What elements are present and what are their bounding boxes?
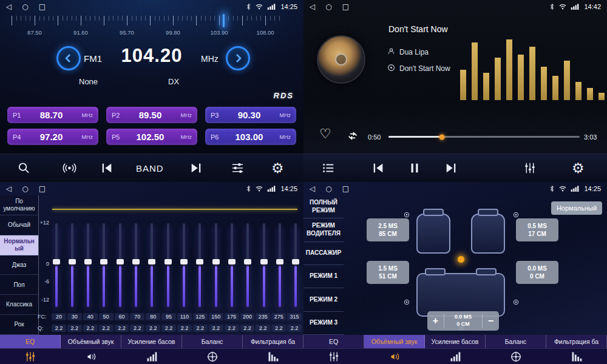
home-icon[interactable]: ○: [22, 185, 28, 192]
broadcast-scan-icon[interactable]: [63, 161, 76, 175]
tab-filter[interactable]: Фильтрация ба: [243, 335, 304, 348]
tune-down-button[interactable]: [56, 46, 81, 70]
eq-band-slider[interactable]: [68, 218, 76, 311]
eq-slider-knob[interactable]: [260, 259, 268, 265]
eq-preset-item[interactable]: Поп: [0, 275, 38, 295]
decrease-button[interactable]: −: [483, 315, 499, 326]
tune-up-button[interactable]: [226, 46, 250, 70]
repeat-icon[interactable]: [346, 130, 359, 144]
recents-icon[interactable]: □: [342, 185, 349, 192]
eq-slider-knob[interactable]: [84, 259, 92, 265]
eq-band-slider[interactable]: [244, 218, 252, 311]
delay-rear-right[interactable]: 0.0 MS 0 CM: [516, 261, 558, 284]
eq-band-slider[interactable]: [52, 218, 60, 311]
eq-preset-item[interactable]: Обычай: [0, 215, 38, 235]
eq-tab-icon[interactable]: [304, 349, 364, 364]
tab-balance[interactable]: Баланс: [182, 335, 243, 348]
eq-band-slider[interactable]: [292, 218, 300, 311]
favorite-icon[interactable]: ♡: [319, 127, 331, 141]
eq-band-slider[interactable]: [100, 218, 108, 311]
preset-button-p6[interactable]: P6103.00MHz: [205, 129, 296, 145]
next-icon[interactable]: [444, 161, 458, 175]
eq-slider-knob[interactable]: [69, 259, 76, 265]
eq-preset-item[interactable]: Рок: [0, 315, 38, 335]
progress-handle[interactable]: [439, 134, 445, 140]
eq-preset-item[interactable]: Джаз: [0, 255, 38, 275]
eq-preset-item[interactable]: Нормальный: [0, 235, 38, 255]
preset-button-p5[interactable]: P5102.50MHz: [106, 129, 197, 145]
eq-slider-knob[interactable]: [180, 259, 188, 265]
preset-button-p2[interactable]: P289.50MHz: [106, 107, 197, 123]
progress-bar[interactable]: [388, 136, 580, 138]
bass-boost-tab-icon[interactable]: [425, 349, 486, 364]
sound-mode-item-3[interactable]: РЕЖИМ 1: [304, 265, 344, 288]
tab-eq[interactable]: EQ: [304, 335, 364, 348]
pause-icon[interactable]: [408, 161, 421, 175]
back-icon[interactable]: ◁: [310, 3, 315, 10]
eq-band-slider[interactable]: [228, 218, 236, 311]
eq-slider-knob[interactable]: [292, 259, 299, 265]
preset-button-p4[interactable]: P497.20MHz: [7, 129, 98, 145]
eq-slider-knob[interactable]: [164, 259, 172, 265]
delay-rear-left[interactable]: 1.5 MS 51 CM: [367, 261, 409, 284]
settings-gear-icon[interactable]: ⚙: [572, 161, 585, 175]
eq-band-slider[interactable]: [276, 218, 284, 311]
tab-bass-boost[interactable]: Усиление басов: [121, 335, 182, 348]
sound-mode-item-5[interactable]: РЕЖИМ 3: [304, 312, 344, 335]
tab-bass-boost[interactable]: Усиление басов: [425, 335, 486, 348]
tuning-scale[interactable]: 87.5091.6095.7099.80103.90108.00: [9, 16, 294, 41]
delay-front-left[interactable]: 2.5 MS 85 CM: [367, 218, 409, 241]
playlist-icon[interactable]: [322, 161, 335, 175]
album-art[interactable]: [317, 35, 365, 84]
eq-slider-knob[interactable]: [196, 259, 203, 265]
tab-surround-sound[interactable]: Объёмный звук: [364, 335, 425, 348]
filter-tab-icon[interactable]: [546, 349, 607, 364]
eq-tab-icon[interactable]: [0, 349, 61, 364]
sound-mode-item-0[interactable]: ПОЛНЫЙ РЕЖИМ: [304, 195, 344, 218]
recents-icon[interactable]: □: [39, 185, 46, 192]
previous-icon[interactable]: [371, 161, 385, 175]
eq-slider-knob[interactable]: [212, 259, 220, 265]
surround-sound-tab-icon[interactable]: [364, 349, 425, 364]
profile-button[interactable]: Нормальный: [551, 201, 602, 215]
search-icon[interactable]: [17, 161, 31, 175]
home-icon[interactable]: ○: [325, 3, 331, 10]
sound-mode-item-1[interactable]: РЕЖИМ ВОДИТЕЛЯ: [304, 218, 344, 241]
settings-gear-icon[interactable]: ⚙: [271, 161, 284, 175]
eq-slider-knob[interactable]: [100, 259, 107, 265]
sound-mode-item-4[interactable]: РЕЖИМ 2: [304, 288, 344, 311]
tab-balance[interactable]: Баланс: [486, 335, 546, 348]
eq-preset-item[interactable]: Классика: [0, 295, 38, 315]
back-icon[interactable]: ◁: [310, 185, 315, 192]
surround-sound-tab-icon[interactable]: [61, 349, 121, 364]
preset-button-p1[interactable]: P188.70MHz: [7, 107, 98, 123]
eq-band-slider[interactable]: [84, 218, 92, 311]
balance-tab-icon[interactable]: [486, 349, 546, 364]
mixer-icon[interactable]: [231, 161, 245, 175]
eq-slider-knob[interactable]: [148, 259, 155, 265]
eq-sliders-icon[interactable]: [523, 161, 537, 175]
home-icon[interactable]: ○: [22, 3, 28, 10]
balance-tab-icon[interactable]: [182, 349, 243, 364]
eq-slider-knob[interactable]: [276, 259, 283, 265]
back-icon[interactable]: ◁: [6, 185, 12, 192]
tab-eq[interactable]: EQ: [0, 335, 61, 348]
filter-tab-icon[interactable]: [243, 349, 304, 364]
eq-slider-knob[interactable]: [228, 259, 236, 265]
eq-band-slider[interactable]: [116, 218, 124, 311]
eq-slider-knob[interactable]: [244, 259, 251, 265]
sound-mode-item-2[interactable]: ПАССАЖИР: [304, 242, 344, 265]
next-icon[interactable]: [189, 161, 203, 175]
eq-preset-item[interactable]: По умолчанию: [0, 195, 38, 215]
eq-slider-knob[interactable]: [132, 259, 140, 265]
tab-filter[interactable]: Фильтрация ба: [546, 335, 607, 348]
recents-icon[interactable]: □: [342, 3, 349, 10]
eq-band-slider[interactable]: [212, 218, 220, 311]
tab-surround-sound[interactable]: Объёмный звук: [61, 335, 121, 348]
listening-position-dot[interactable]: [458, 256, 464, 263]
eq-band-slider[interactable]: [180, 218, 188, 311]
eq-band-slider[interactable]: [164, 218, 172, 311]
previous-icon[interactable]: [100, 161, 114, 175]
back-icon[interactable]: ◁: [6, 3, 12, 10]
increase-button[interactable]: +: [427, 315, 444, 326]
